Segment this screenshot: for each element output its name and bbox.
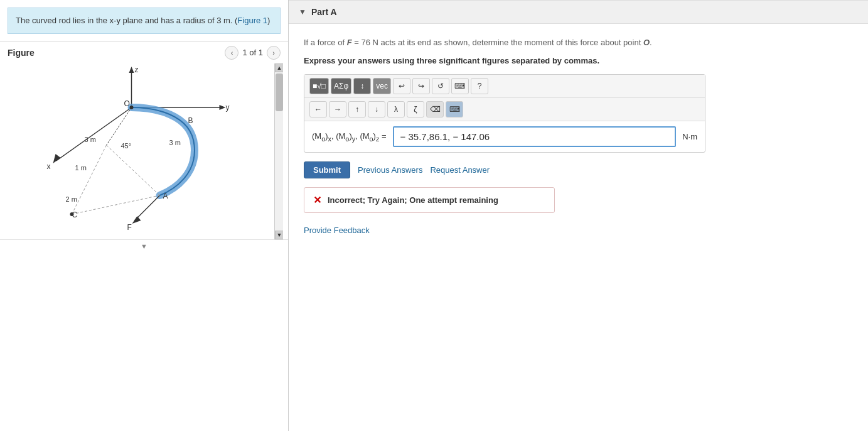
- svg-text:y: y: [226, 103, 230, 112]
- problem-text-box: The curved rod lies in the x-y plane and…: [8, 8, 281, 34]
- svg-text:B: B: [188, 116, 193, 125]
- svg-text:1 m: 1 m: [75, 164, 87, 172]
- figure-close-paren: ): [267, 16, 270, 25]
- scroll-down-button[interactable]: ▼: [275, 231, 283, 239]
- figure-diagram: z y x O B: [5, 63, 283, 239]
- svg-text:z: z: [135, 65, 139, 74]
- math-toolbar-updown-btn[interactable]: ↕: [353, 78, 371, 94]
- figure-scroll-down-arrow[interactable]: ▼: [141, 243, 147, 250]
- math-toolbar-row1: ■√□ ΑΣφ ↕ vec ↩ ↪ ↺ ⌨ ?: [304, 75, 705, 98]
- provide-feedback-link[interactable]: Provide Feedback: [304, 226, 370, 235]
- math-toolbar-left-btn[interactable]: ←: [309, 101, 327, 117]
- error-icon: ✕: [313, 194, 321, 206]
- figure-header: Figure ‹ 1 of 1 ›: [0, 41, 288, 63]
- math-toolbar-zeta-btn[interactable]: ζ: [407, 101, 424, 117]
- error-box: ✕ Incorrect; Try Again; One attempt rema…: [304, 187, 555, 213]
- svg-text:45°: 45°: [121, 142, 132, 150]
- math-toolbar-redo-btn[interactable]: ↪: [412, 78, 430, 94]
- math-toolbar-greek-btn[interactable]: ΑΣφ: [331, 78, 351, 94]
- math-toolbar-up-btn[interactable]: ↑: [348, 101, 366, 117]
- figure-prev-button[interactable]: ‹: [225, 46, 238, 60]
- svg-text:x: x: [47, 162, 51, 171]
- math-label: (Mo)x, (Mo)y, (Mo)z =: [312, 131, 387, 143]
- math-toolbar-row2: ← → ↑ ↓ λ ζ ⌫ ⌨: [304, 98, 705, 121]
- figure-link[interactable]: Figure 1: [237, 16, 267, 25]
- svg-text:A: A: [163, 192, 168, 200]
- error-text: Incorrect; Try Again; One attempt remain…: [328, 195, 498, 205]
- problem-text: The curved rod lies in the x-y plane and…: [16, 16, 237, 25]
- part-toggle-icon[interactable]: ▼: [299, 8, 306, 16]
- math-toolbar-right-btn[interactable]: →: [329, 101, 346, 117]
- math-toolbar-radical-btn[interactable]: ■√□: [309, 78, 329, 94]
- svg-rect-0: [9, 63, 279, 239]
- express-text: Express your answers using three signifi…: [304, 56, 853, 65]
- right-panel: ▼ Part A If a force of F = 76 N acts at …: [289, 0, 868, 431]
- previous-answers-link[interactable]: Previous Answers: [358, 165, 422, 175]
- math-answer-input[interactable]: [393, 126, 677, 147]
- part-content: If a force of F = 76 N acts at its end a…: [289, 24, 868, 248]
- scroll-up-button[interactable]: ▲: [275, 63, 283, 72]
- math-toolbar-lambda-btn[interactable]: λ: [387, 101, 405, 117]
- scroll-thumb[interactable]: [276, 74, 283, 111]
- part-title: Part A: [311, 7, 337, 17]
- math-unit-label: N·m: [682, 132, 697, 141]
- math-toolbar-vec-btn[interactable]: vec: [373, 78, 391, 94]
- action-row: Submit Previous Answers Request Answer: [304, 161, 853, 178]
- left-panel: The curved rod lies in the x-y plane and…: [0, 0, 289, 431]
- math-toolbar-keyboard-btn[interactable]: ⌨: [451, 78, 469, 94]
- question-text: If a force of F = 76 N acts at its end a…: [304, 36, 853, 50]
- svg-point-26: [70, 212, 74, 216]
- svg-text:F: F: [127, 223, 132, 232]
- math-toolbar-refresh-btn[interactable]: ↺: [432, 78, 449, 94]
- svg-text:3 m: 3 m: [169, 139, 181, 146]
- figure-area: z y x O B: [5, 63, 283, 239]
- figure-next-button[interactable]: ›: [267, 46, 281, 60]
- math-toolbar-backspace-btn[interactable]: ⌫: [426, 101, 444, 117]
- math-toolbar-help-btn[interactable]: ?: [471, 78, 488, 94]
- math-toolbar-down-btn[interactable]: ↓: [368, 101, 385, 117]
- svg-text:2 m: 2 m: [66, 195, 77, 203]
- math-input-container: ■√□ ΑΣφ ↕ vec ↩ ↪ ↺ ⌨ ? ← → ↑ ↓ λ: [304, 74, 705, 153]
- figure-page-indicator: 1 of 1: [242, 48, 263, 57]
- figure-scrollbar[interactable]: ▲ ▼: [274, 63, 283, 239]
- submit-button[interactable]: Submit: [304, 161, 350, 178]
- svg-text:3 m: 3 m: [85, 136, 96, 143]
- math-toolbar-keyboard2-btn[interactable]: ⌨: [446, 101, 463, 117]
- math-input-row: (Mo)x, (Mo)y, (Mo)z = N·m: [304, 121, 705, 152]
- figure-navigation: ‹ 1 of 1 ›: [225, 46, 281, 60]
- figure-title: Figure: [8, 48, 35, 58]
- part-header: ▼ Part A: [289, 1, 868, 24]
- svg-point-27: [130, 106, 134, 109]
- request-answer-link[interactable]: Request Answer: [430, 165, 490, 175]
- math-toolbar-undo-btn[interactable]: ↩: [393, 78, 410, 94]
